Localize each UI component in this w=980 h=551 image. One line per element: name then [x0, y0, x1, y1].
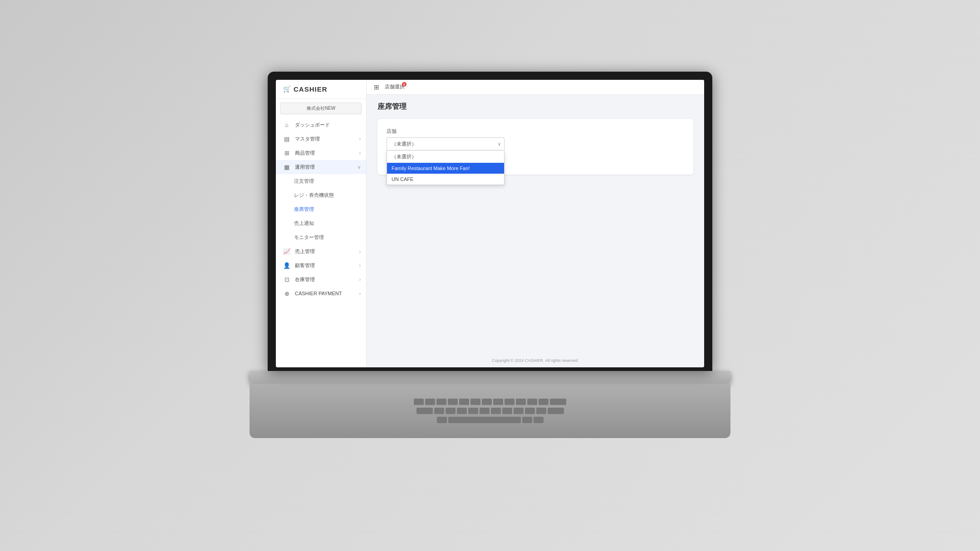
store-dropdown-menu: （未選択） Family Restaurant Make More Fan! U…: [387, 151, 505, 185]
key: [493, 399, 503, 405]
footer: Copyright © 2024 CASHIER. All rights res…: [367, 354, 704, 367]
chevron-right-icon: ›: [359, 151, 361, 156]
key: [514, 408, 524, 414]
key: [502, 408, 512, 414]
key: [414, 399, 424, 405]
page-body: 座席管理 店舗 （未選択） ∨ （未選択）: [367, 95, 704, 354]
store-select-wrapper: （未選択） ∨ （未選択） Family Restaurant Make Mor…: [387, 137, 505, 151]
top-bar: ⊞ 店舗選択 9: [367, 80, 704, 95]
sidebar-item-product[interactable]: ⊞ 商品管理 ›: [276, 146, 366, 160]
key: [436, 399, 446, 405]
key: [522, 417, 532, 423]
chevron-right-icon: ›: [359, 249, 361, 254]
key: [437, 417, 447, 423]
key: [446, 408, 456, 414]
laptop-keyboard: [250, 384, 730, 438]
logo: 🛒 CASHIER: [276, 80, 366, 99]
chevron-down-icon: ∨: [358, 165, 361, 170]
key: [459, 399, 469, 405]
sidebar-item-order[interactable]: 注文管理: [276, 174, 366, 188]
key: [539, 399, 549, 405]
sidebar-item-customer[interactable]: 👤 顧客管理 ›: [276, 258, 366, 273]
store-option-un-cafe[interactable]: UN CAFE: [387, 174, 504, 185]
sidebar-item-sales-notif[interactable]: 売上通知: [276, 216, 366, 230]
key: [448, 399, 458, 405]
sidebar-item-payment[interactable]: ⊕ CASHIER PAYMENT ›: [276, 287, 366, 301]
key: [550, 399, 566, 405]
key: [536, 408, 546, 414]
spacebar-key: [448, 417, 521, 423]
notification-badge: 9: [402, 82, 407, 87]
tag-icon: ⊞: [283, 150, 290, 156]
chevron-right-icon: ›: [359, 291, 361, 296]
key: [470, 399, 480, 405]
key: [425, 399, 435, 405]
sidebar-item-register[interactable]: レジ・券売機状態: [276, 188, 366, 202]
box-icon: ⊡: [283, 276, 290, 283]
chevron-right-icon: ›: [359, 263, 361, 268]
key: [516, 399, 526, 405]
key: [416, 408, 433, 414]
sidebar-item-master[interactable]: ▤ マスタ管理 ›: [276, 132, 366, 146]
key: [534, 417, 544, 423]
key: [505, 399, 514, 405]
company-banner: 株式会社NEW: [280, 102, 362, 114]
key: [480, 408, 490, 414]
sidebar: 🛒 CASHIER 株式会社NEW ⌂ ダッシュボード ▤ マスタ管理 › ⊞: [276, 80, 367, 367]
home-icon: ⌂: [283, 122, 290, 128]
store-select-display[interactable]: （未選択）: [387, 137, 505, 151]
laptop-base: [250, 371, 730, 384]
store-select-button[interactable]: 店舗選択 9: [385, 83, 405, 90]
chart-icon: 📈: [283, 248, 290, 255]
key: [468, 408, 478, 414]
key: [434, 408, 444, 414]
person-icon: 👤: [283, 262, 290, 269]
key: [457, 408, 467, 414]
grid-icon[interactable]: ⊞: [374, 83, 379, 91]
chevron-right-icon: ›: [359, 277, 361, 282]
sidebar-item-inventory[interactable]: ⊡ 在庫管理 ›: [276, 273, 366, 287]
chevron-right-icon: ›: [359, 137, 361, 141]
sidebar-item-monitor[interactable]: モニター管理: [276, 230, 366, 244]
payment-icon: ⊕: [283, 290, 290, 297]
sidebar-item-sales[interactable]: 📈 売上管理 ›: [276, 244, 366, 258]
key: [527, 399, 537, 405]
store-option-family-restaurant[interactable]: Family Restaurant Make More Fan!: [387, 163, 504, 174]
sidebar-item-dashboard[interactable]: ⌂ ダッシュボード: [276, 118, 366, 132]
key: [548, 408, 564, 414]
key: [525, 408, 535, 414]
seat-management-card: 店舗 （未選択） ∨ （未選択） Family: [377, 119, 693, 175]
key: [491, 408, 501, 414]
key: [482, 399, 492, 405]
main-content: ⊞ 店舗選択 9 座席管理 店舗 （未選択）: [367, 80, 704, 367]
store-field-label: 店舗: [387, 128, 684, 135]
sidebar-item-operation[interactable]: ▦ 運用管理 ∨: [276, 160, 366, 174]
operation-icon: ▦: [283, 164, 290, 171]
page-title: 座席管理: [377, 102, 693, 112]
database-icon: ▤: [283, 136, 290, 142]
sidebar-item-seat[interactable]: 座席管理: [276, 202, 366, 216]
cart-icon: 🛒: [283, 85, 291, 93]
logo-text: CASHIER: [294, 85, 328, 93]
store-option-unselected[interactable]: （未選択）: [387, 151, 504, 163]
